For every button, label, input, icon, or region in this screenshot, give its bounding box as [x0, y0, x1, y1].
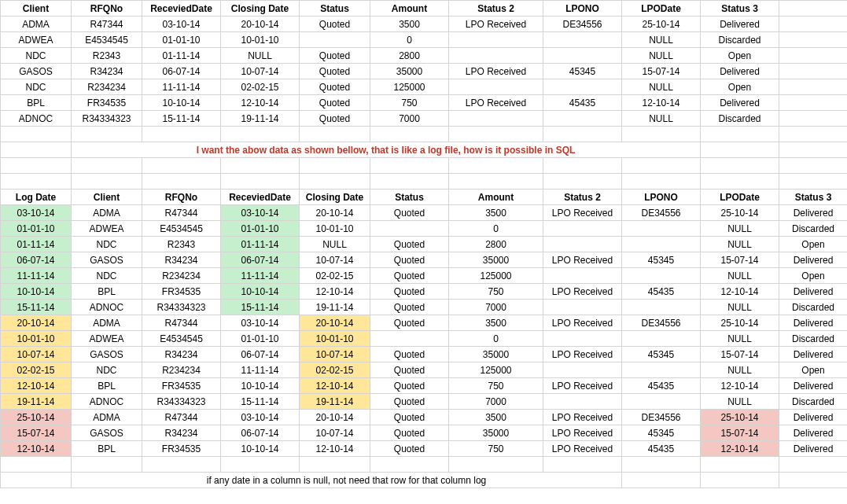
cell: 20-10-14 — [300, 315, 370, 331]
cell: 19-11-14 — [300, 300, 370, 315]
cell: 0 — [370, 32, 449, 48]
column-header: Amount — [449, 189, 543, 205]
cell — [543, 48, 622, 64]
table-row: ADWEAE453454501-01-1010-01-100NULLDiscar… — [1, 32, 848, 48]
cell: 2800 — [449, 237, 543, 252]
column-header — [779, 1, 848, 17]
cell — [622, 457, 701, 473]
cell: 06-07-14 — [221, 425, 300, 441]
cell: ADMA — [72, 205, 142, 221]
table-row: NDCR23423411-11-1402-02-15Quoted125000NU… — [1, 79, 848, 95]
cell: 03-10-14 — [221, 315, 300, 331]
cell: 25-10-14 — [701, 315, 779, 331]
cell: FR34535 — [142, 441, 221, 457]
cell: 45435 — [622, 284, 701, 300]
cell: 01-01-10 — [221, 221, 300, 237]
cell — [543, 127, 622, 142]
cell: R47344 — [142, 205, 221, 221]
cell: LPO Received — [543, 425, 622, 441]
cell: Quoted — [370, 394, 449, 410]
cell: NULL — [701, 221, 779, 237]
cell: ADMA — [72, 410, 142, 425]
cell: 35000 — [370, 64, 449, 79]
cell: NDC — [72, 237, 142, 252]
cell — [543, 457, 622, 473]
cell — [622, 473, 701, 488]
cell — [622, 362, 701, 378]
table-row: GASOSR3423406-07-1410-07-14Quoted35000LP… — [1, 64, 848, 79]
cell: NULL — [622, 79, 701, 95]
cell: Discarded — [779, 394, 848, 410]
cell — [779, 111, 848, 127]
cell — [370, 221, 449, 237]
cell — [449, 79, 543, 95]
cell — [543, 362, 622, 378]
column-header: Client — [1, 1, 72, 17]
table-row: 10-01-10ADWEAE453454501-01-1010-01-100NU… — [1, 331, 848, 347]
cell: 01-11-14 — [142, 48, 221, 64]
column-header: LPONO — [622, 189, 701, 205]
cell — [1, 457, 72, 473]
cell: GASOS — [72, 347, 142, 362]
cell: R234234 — [142, 268, 221, 284]
cell — [779, 473, 848, 488]
cell: NULL — [701, 331, 779, 347]
cell — [779, 158, 848, 174]
cell: Quoted — [370, 347, 449, 362]
cell: R34234 — [142, 425, 221, 441]
cell: 12-10-14 — [1, 441, 72, 457]
cell: 01-01-10 — [142, 32, 221, 48]
cell: 10-07-14 — [300, 252, 370, 268]
cell: Quoted — [370, 378, 449, 394]
cell: 10-10-14 — [142, 95, 221, 111]
cell: ADWEA — [72, 221, 142, 237]
cell: LPO Received — [449, 95, 543, 111]
cell: ADMA — [1, 17, 72, 32]
cell: Discarded — [701, 32, 779, 48]
column-header: Log Date — [1, 189, 72, 205]
cell — [779, 32, 848, 48]
cell — [300, 158, 370, 174]
cell — [622, 221, 701, 237]
cell: 750 — [370, 95, 449, 111]
cell: Quoted — [370, 252, 449, 268]
column-header: Closing Date — [300, 189, 370, 205]
cell — [142, 127, 221, 142]
cell: Quoted — [300, 17, 370, 32]
table-row: 20-10-14ADMAR4734403-10-1420-10-14Quoted… — [1, 315, 848, 331]
cell — [622, 237, 701, 252]
table-row: 19-11-14ADNOCR3433432315-11-1419-11-14Qu… — [1, 394, 848, 410]
cell — [622, 174, 701, 189]
column-header: LPODate — [622, 1, 701, 17]
cell: 10-07-14 — [300, 347, 370, 362]
cell: R34234 — [72, 64, 142, 79]
blank-row — [1, 127, 848, 142]
cell: 3500 — [449, 315, 543, 331]
cell — [622, 394, 701, 410]
cell — [72, 127, 142, 142]
cell: LPO Received — [449, 17, 543, 32]
cell — [543, 237, 622, 252]
cell: 20-10-14 — [300, 205, 370, 221]
table-row: 12-10-14BPLFR3453510-10-1412-10-14Quoted… — [1, 441, 848, 457]
column-header: LPONO — [543, 1, 622, 17]
cell: 02-02-15 — [1, 362, 72, 378]
cell: 0 — [449, 221, 543, 237]
cell: Quoted — [300, 48, 370, 64]
cell — [622, 331, 701, 347]
cell: 0 — [449, 331, 543, 347]
cell: LPO Received — [543, 252, 622, 268]
column-header: Status — [370, 189, 449, 205]
cell: Quoted — [370, 205, 449, 221]
cell: LPO Received — [449, 64, 543, 79]
cell — [449, 111, 543, 127]
cell: R34334323 — [142, 394, 221, 410]
cell: Quoted — [370, 425, 449, 441]
cell: Delivered — [701, 17, 779, 32]
cell: 01-01-10 — [221, 331, 300, 347]
cell — [779, 127, 848, 142]
cell: 3500 — [370, 17, 449, 32]
cell: 11-11-14 — [221, 268, 300, 284]
cell: Delivered — [779, 315, 848, 331]
table-row: 11-11-14NDCR23423411-11-1402-02-15Quoted… — [1, 268, 848, 284]
